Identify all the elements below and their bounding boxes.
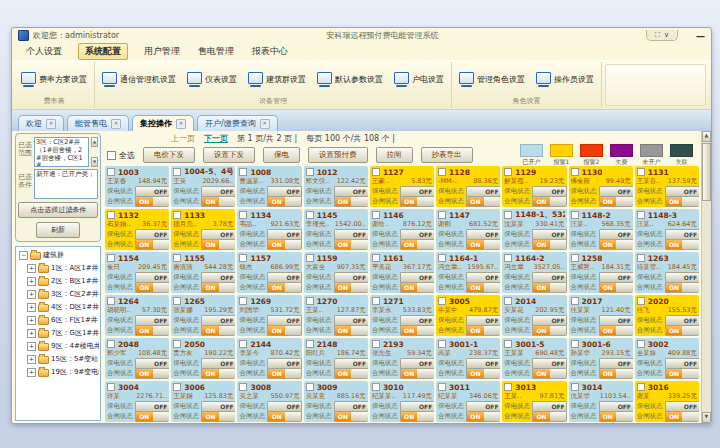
switch-status-toggle[interactable]: ON [334, 196, 368, 207]
toggle-blank-segment[interactable] [666, 359, 683, 368]
switch-status-toggle[interactable]: ON [201, 368, 235, 379]
keep-power-toggle[interactable]: OFF [135, 401, 169, 412]
switch-status-toggle[interactable]: ON [466, 282, 500, 293]
ribbon-button[interactable]: 管理角色设置 [459, 72, 525, 87]
switch-status-toggle[interactable]: ON [599, 239, 633, 250]
toggle-blank-segment[interactable] [467, 273, 484, 282]
room-checkbox[interactable] [306, 211, 314, 219]
keep-power-toggle[interactable]: OFF [267, 229, 301, 240]
toggle-off-segment[interactable]: OFF [417, 187, 434, 196]
room-card[interactable]: 3001-6 孙某华 293.15元 保电状态 OFF [569, 338, 633, 379]
collapse-icon[interactable]: − [19, 251, 28, 260]
room-card[interactable]: 1155 唐清清 544.28元 保电状态 OFF [171, 252, 235, 293]
action-button[interactable]: 电价下发 [143, 147, 195, 163]
room-card[interactable]: 1133 德月亮.. 3.78元 保电状态 OFF [171, 209, 235, 250]
toggle-blank-segment[interactable] [533, 402, 550, 411]
toggle-blank-segment[interactable] [153, 326, 170, 335]
room-card[interactable]: 1164-1 冯立章.. 1595.67.. 保电状态 OFF [436, 252, 500, 293]
toggle-off-segment[interactable]: OFF [484, 187, 501, 196]
switch-status-toggle[interactable]: ON [532, 196, 566, 207]
keep-power-toggle[interactable]: OFF [665, 401, 699, 412]
keep-power-toggle[interactable]: OFF [201, 358, 235, 369]
room-card[interactable]: 1131 王某音.. 137.59元 保电状态 OFF [635, 166, 699, 207]
toggle-off-segment[interactable]: OFF [153, 273, 170, 282]
toggle-on-segment[interactable]: ON [335, 283, 352, 292]
toggle-off-segment[interactable]: OFF [285, 316, 302, 325]
toggle-blank-segment[interactable] [351, 197, 368, 206]
toggle-on-segment[interactable]: ON [335, 369, 352, 378]
toggle-blank-segment[interactable] [335, 273, 352, 282]
tree-item[interactable]: + 4区：D区1#井（D区… [27, 302, 99, 312]
toggle-blank-segment[interactable] [202, 273, 219, 282]
keep-power-toggle[interactable]: OFF [400, 272, 434, 283]
toggle-blank-segment[interactable] [202, 402, 219, 411]
switch-status-toggle[interactable]: ON [665, 282, 699, 293]
toggle-blank-segment[interactable] [351, 412, 368, 421]
keep-power-toggle[interactable]: OFF [135, 229, 169, 240]
toggle-blank-segment[interactable] [335, 402, 352, 411]
switch-status-toggle[interactable]: ON [201, 239, 235, 250]
toggle-off-segment[interactable]: OFF [285, 187, 302, 196]
switch-status-toggle[interactable]: ON [267, 196, 301, 207]
toggle-blank-segment[interactable] [219, 369, 236, 378]
toggle-blank-segment[interactable] [351, 240, 368, 249]
toggle-on-segment[interactable]: ON [202, 369, 219, 378]
toggle-off-segment[interactable]: OFF [484, 273, 501, 282]
room-card[interactable]: 1132 石某娟.. 36.37元 保电状态 OFF [105, 209, 169, 250]
toggle-blank-segment[interactable] [682, 283, 699, 292]
toggle-blank-segment[interactable] [202, 230, 219, 239]
keep-power-toggle[interactable]: OFF [532, 229, 566, 240]
room-card[interactable]: 1003 王某春 148.94元 保电状态 OFF [105, 166, 169, 207]
room-checkbox[interactable] [637, 211, 645, 219]
room-checkbox[interactable] [107, 297, 115, 305]
toggle-on-segment[interactable]: ON [600, 240, 617, 249]
switch-status-toggle[interactable]: ON [135, 282, 169, 293]
room-checkbox[interactable] [107, 211, 115, 219]
toggle-off-segment[interactable]: OFF [682, 402, 699, 411]
room-checkbox[interactable] [306, 383, 314, 391]
toggle-on-segment[interactable]: ON [666, 326, 683, 335]
room-checkbox[interactable] [571, 383, 579, 391]
room-checkbox[interactable] [107, 383, 115, 391]
switch-status-toggle[interactable]: ON [400, 325, 434, 336]
room-checkbox[interactable] [438, 168, 446, 176]
keep-power-toggle[interactable]: OFF [665, 315, 699, 326]
switch-status-toggle[interactable]: ON [599, 368, 633, 379]
switch-status-toggle[interactable]: ON [400, 282, 434, 293]
toggle-blank-segment[interactable] [467, 359, 484, 368]
ribbon-button[interactable]: 默认参数设置 [317, 72, 383, 87]
toggle-blank-segment[interactable] [335, 359, 352, 368]
room-card[interactable]: 1134 韦品.. 921.63元 保电状态 OFF [237, 209, 301, 250]
keep-power-toggle[interactable]: OFF [400, 358, 434, 369]
toggle-off-segment[interactable]: OFF [616, 187, 633, 196]
toggle-on-segment[interactable]: ON [666, 283, 683, 292]
room-checkbox[interactable] [372, 297, 380, 305]
ribbon-button[interactable]: 通信管理机设置 [102, 72, 176, 87]
switch-status-toggle[interactable]: ON [267, 325, 301, 336]
switch-status-toggle[interactable]: ON [665, 239, 699, 250]
keep-power-toggle[interactable]: OFF [466, 401, 500, 412]
expand-icon[interactable]: + [27, 316, 36, 325]
keep-power-toggle[interactable]: OFF [599, 186, 633, 197]
toggle-blank-segment[interactable] [202, 187, 219, 196]
toggle-off-segment[interactable]: OFF [219, 402, 236, 411]
toggle-blank-segment[interactable] [417, 412, 434, 421]
toggle-off-segment[interactable]: OFF [351, 187, 368, 196]
switch-status-toggle[interactable]: ON [532, 325, 566, 336]
room-card[interactable]: 2144 李某今 870.42元 保电状态 OFF [237, 338, 301, 379]
toggle-on-segment[interactable]: ON [666, 240, 683, 249]
toggle-off-segment[interactable]: OFF [153, 316, 170, 325]
toggle-on-segment[interactable]: ON [268, 326, 285, 335]
room-checkbox[interactable] [107, 168, 115, 176]
tab-close-icon[interactable]: ✕ [111, 119, 121, 129]
keep-power-toggle[interactable]: OFF [201, 272, 235, 283]
switch-status-toggle[interactable]: ON [334, 282, 368, 293]
toggle-blank-segment[interactable] [153, 240, 170, 249]
room-checkbox[interactable] [504, 168, 512, 176]
toggle-blank-segment[interactable] [533, 316, 550, 325]
room-card[interactable]: 1154 金日 209.45元 保电状态 OFF [105, 252, 169, 293]
room-card[interactable]: 2048 郑少军 108.48元 保电状态 OFF [105, 338, 169, 379]
toggle-blank-segment[interactable] [153, 412, 170, 421]
tree-root[interactable]: − 建筑群 [19, 250, 99, 260]
room-checkbox[interactable] [239, 340, 247, 348]
